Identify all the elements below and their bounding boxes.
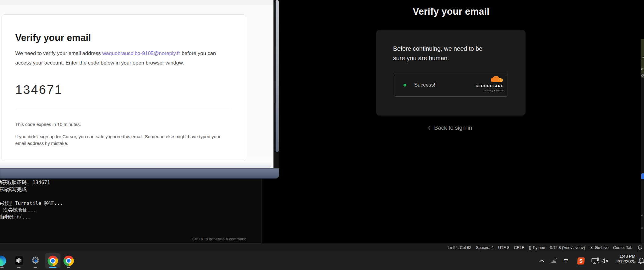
app-indicator bbox=[34, 267, 37, 268]
privacy-link[interactable]: Privacy bbox=[484, 89, 493, 92]
email-title: Verify your email bbox=[15, 32, 91, 43]
background-editor-sliver: _w er bbox=[641, 39, 644, 78]
email-window-frame bbox=[273, 0, 279, 169]
clock-date: 2/12/2025 bbox=[604, 259, 635, 264]
tray-chevron-up-icon[interactable] bbox=[539, 252, 545, 270]
chrome-active-highlight[interactable] bbox=[45, 253, 60, 268]
notifications-bell-icon[interactable] bbox=[638, 245, 642, 250]
ctrl-k-hint: Ctrl+K to generate a command bbox=[192, 237, 246, 241]
onedrive-cloud-slash-icon[interactable]: ☁ bbox=[550, 252, 557, 270]
cloudflare-cloud-icon bbox=[490, 76, 504, 83]
blue-button-sliver bbox=[641, 173, 644, 179]
edge-browser-icon[interactable] bbox=[0, 256, 6, 266]
email-window-bottom bbox=[0, 161, 272, 169]
email-window: Verify your email We need to verify your… bbox=[0, 0, 279, 179]
email-content-card: Verify your email We need to verify your… bbox=[2, 14, 246, 161]
verify-page-title: Verify your email bbox=[355, 6, 547, 17]
taskbar: ⚙ ☁ 中 S 1:43 PM 2/12/2025 bbox=[0, 252, 644, 270]
status-cursor-tab[interactable]: Cursor Tab bbox=[613, 245, 632, 250]
ime-label: 中 bbox=[564, 258, 569, 264]
focus-assist-bell-icon[interactable]: z bbox=[638, 252, 644, 270]
disclaimer-text: If you didn't sign up for Cursor, you ca… bbox=[15, 133, 226, 146]
success-dot-icon bbox=[403, 84, 406, 87]
ime-language-indicator[interactable]: 中 bbox=[564, 252, 569, 270]
body-prefix: We need to verify your email address bbox=[15, 50, 102, 56]
language-label: Python bbox=[533, 245, 545, 250]
app-indicator bbox=[0, 267, 4, 268]
status-spaces[interactable]: Spaces: 4 bbox=[476, 245, 494, 250]
taskbar-clock[interactable]: 1:43 PM 2/12/2025 bbox=[604, 254, 635, 264]
cloudflare-wordmark: CLOUDFLARE bbox=[473, 84, 504, 88]
back-link-label: Back to sign-in bbox=[434, 124, 472, 131]
go-live-label: Go Live bbox=[595, 245, 609, 250]
cursor-cube-icon bbox=[16, 258, 22, 263]
braces-icon: {} bbox=[529, 246, 531, 250]
status-interpreter[interactable]: 3.12.8 ('venv': venv) bbox=[550, 245, 585, 250]
terminal-line: 测到验证框... bbox=[0, 214, 63, 221]
status-language[interactable]: {}Python bbox=[529, 245, 545, 250]
verify-card: Before continuing, we need to be sure yo… bbox=[376, 30, 526, 116]
turnstile-status: Success! bbox=[414, 82, 435, 88]
turnstile-links: Privacy • Terms bbox=[473, 89, 504, 92]
svg-text:z: z bbox=[640, 259, 642, 261]
turnstile-widget: Success! CLOUDFLARE Privacy • Terms bbox=[394, 73, 508, 97]
verification-code: 134671 bbox=[15, 83, 63, 97]
expiry-note: This code expires in 10 minutes. bbox=[15, 122, 81, 127]
chrome-icon bbox=[48, 256, 58, 266]
background-window-edge bbox=[641, 77, 644, 243]
active-app-indicator bbox=[49, 267, 56, 268]
ide-status-bar: Ln 54, Col 62 Spaces: 4 UTF-8 CRLF {}Pyt… bbox=[0, 243, 644, 252]
divider bbox=[15, 110, 231, 110]
email-address-link[interactable]: waquobraucoibo-9105@noreply.fr bbox=[102, 50, 180, 56]
chevron-left-icon bbox=[428, 126, 431, 130]
close-fragment: × bbox=[641, 226, 643, 230]
display-tray-icon[interactable] bbox=[592, 252, 599, 270]
terminal-line: 证码填写完成 bbox=[0, 187, 63, 194]
text-fragment: er bbox=[641, 67, 643, 70]
link-separator: • bbox=[494, 89, 495, 92]
status-encoding[interactable]: UTF-8 bbox=[498, 245, 509, 250]
terminal-line: 1 次尝试验证... bbox=[0, 207, 63, 214]
verify-prompt-text: Before continuing, we need to be sure yo… bbox=[393, 44, 496, 63]
broadcast-icon bbox=[590, 246, 593, 250]
cloudflare-branding: CLOUDFLARE Privacy • Terms bbox=[473, 76, 504, 92]
clock-time: 1:43 PM bbox=[604, 254, 635, 259]
terminal-line: 功获取验证码: 134671 bbox=[0, 179, 63, 187]
terminal-line bbox=[0, 193, 63, 200]
terms-link[interactable]: Terms bbox=[496, 89, 504, 92]
terminal-output: 功获取验证码: 134671 证码填写完成 在处理 Turnstile 验证..… bbox=[0, 179, 66, 221]
status-line-col[interactable]: Ln 54, Col 62 bbox=[448, 245, 471, 250]
window-behind-titlebar bbox=[0, 168, 279, 179]
cursor-app-icon[interactable] bbox=[15, 256, 23, 265]
settings-gear-center bbox=[34, 260, 37, 262]
terminal-line: 在处理 Turnstile 验证... bbox=[0, 200, 63, 207]
chrome-icon-2[interactable] bbox=[63, 256, 74, 266]
app-indicator bbox=[17, 267, 20, 268]
hatch-fragment bbox=[641, 74, 644, 77]
s-badge: S bbox=[577, 257, 585, 264]
app-indicator bbox=[67, 267, 70, 268]
terminal-panel[interactable]: 功获取验证码: 134671 证码填写完成 在处理 Turnstile 验证..… bbox=[0, 179, 262, 243]
email-scrollbar[interactable] bbox=[276, 0, 279, 152]
enter-key-fragment: ↵ bbox=[641, 214, 643, 217]
back-to-sign-in-link[interactable]: Back to sign-in bbox=[404, 124, 496, 131]
status-go-live[interactable]: Go Live bbox=[590, 245, 609, 250]
status-eol[interactable]: CRLF bbox=[514, 245, 524, 250]
sogou-tray-icon[interactable]: S bbox=[577, 252, 584, 270]
text-fragment: _w bbox=[641, 56, 644, 59]
email-body-text: We need to verify your email address waq… bbox=[15, 49, 233, 68]
